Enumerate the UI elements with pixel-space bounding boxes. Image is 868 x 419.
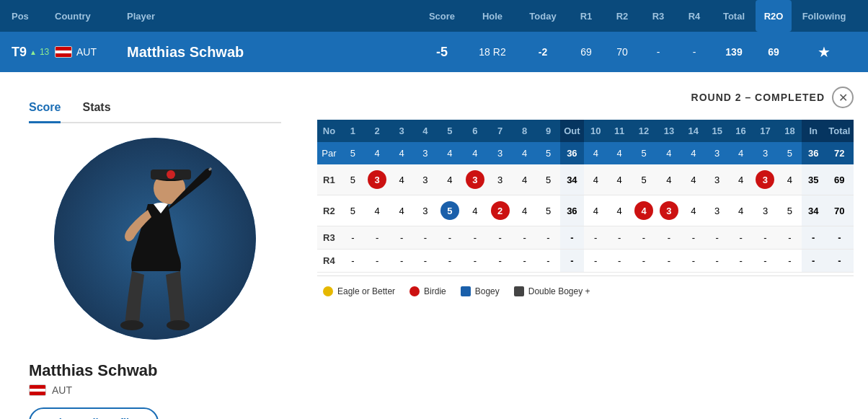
score-cell-r3-1: - xyxy=(365,226,390,250)
header-score: Score xyxy=(417,11,467,22)
score-cell-r1-0: 5 xyxy=(341,164,365,195)
score-birdie-circle: 4 xyxy=(634,201,653,220)
score-cell-r2-0: 5 xyxy=(341,195,365,226)
hole-header-16: 16 xyxy=(729,120,753,142)
eagle-label: Eagle or Better xyxy=(337,286,395,296)
view-full-profile-button[interactable]: View Full Profile xyxy=(29,407,159,419)
tab-stats[interactable]: Stats xyxy=(82,94,110,122)
score-cell-r2-17: 3 xyxy=(753,195,778,226)
double-bogey-square xyxy=(514,286,524,296)
score-cell-r2-13: 3 xyxy=(656,195,681,226)
tab-score[interactable]: Score xyxy=(29,94,61,123)
player-country-row: AUT xyxy=(29,384,281,396)
score-cell-r1-2: 4 xyxy=(390,164,414,195)
score-cell-r1-7: 4 xyxy=(513,164,536,195)
hole-header-no: No xyxy=(317,120,341,142)
score-cell-r3-15: - xyxy=(705,226,729,250)
score-cell-r3-20: - xyxy=(825,226,854,250)
par-cell-2: 4 xyxy=(365,142,390,164)
player-flag xyxy=(29,384,46,396)
score-cell-r3-11: - xyxy=(608,226,632,250)
score-cell-r2-16: 4 xyxy=(729,195,753,226)
score-cell-r1-10: 4 xyxy=(584,164,608,195)
player-name-large: Matthias Schwab xyxy=(29,361,281,380)
eagle-dot xyxy=(323,286,333,296)
country-code: AUT xyxy=(76,46,97,58)
holes-header-row: No123456789Out101112131415161718InTotal xyxy=(317,120,854,142)
score-cell-r3-5: - xyxy=(462,226,487,250)
score-cell-r3-0: - xyxy=(341,226,365,250)
player-r4: - xyxy=(676,46,712,58)
round-header: ROUND 2 – COMPLETED ✕ xyxy=(317,87,854,108)
bogey-label: Bogey xyxy=(475,286,500,296)
header-country: Country xyxy=(55,11,127,22)
hole-header-14: 14 xyxy=(681,120,705,142)
leaderboard-header: Pos Country Player Score Hole Today R1 R… xyxy=(0,0,868,32)
score-cell-r3-7: - xyxy=(513,226,536,250)
hole-header-4: 4 xyxy=(414,120,438,142)
score-cell-r4-10: - xyxy=(584,250,608,273)
position-arrow: ▲ xyxy=(30,48,37,56)
player-score: -5 xyxy=(417,45,467,60)
score-cell-r1-6: 3 xyxy=(487,164,513,195)
score-cell-r3-10: - xyxy=(584,226,608,250)
round-label-r1: R1 xyxy=(317,164,341,195)
score-cell-r3-9: - xyxy=(560,226,584,250)
score-cell-r4-5: - xyxy=(462,250,487,273)
header-total: Total xyxy=(712,11,756,22)
par-cell-5: 4 xyxy=(437,142,462,164)
par-cell-7: 3 xyxy=(487,142,513,164)
hole-header-2: 2 xyxy=(365,120,390,142)
score-cell-r1-15: 3 xyxy=(705,164,729,195)
score-cell-r4-19: - xyxy=(802,250,825,273)
tabs: Score Stats xyxy=(29,94,281,123)
score-cell-r4-15: - xyxy=(705,250,729,273)
player-r2: 70 xyxy=(604,46,640,58)
score-birdie-circle: 3 xyxy=(368,170,386,189)
par-cell-4: 3 xyxy=(414,142,438,164)
par-cell-14: 4 xyxy=(656,142,681,164)
score-cell-r1-19: 35 xyxy=(802,164,825,195)
score-cell-r3-12: - xyxy=(632,226,657,250)
score-cell-r2-14: 4 xyxy=(681,195,705,226)
score-birdie-circle: 2 xyxy=(491,201,510,220)
position-delta: 13 xyxy=(40,47,49,57)
par-cell-16: 3 xyxy=(705,142,729,164)
par-cell-3: 4 xyxy=(390,142,414,164)
hole-header-3: 3 xyxy=(390,120,414,142)
svg-point-7 xyxy=(167,320,190,330)
score-cell-r4-14: - xyxy=(681,250,705,273)
par-cell-12: 4 xyxy=(608,142,632,164)
score-cell-r1-20: 69 xyxy=(825,164,854,195)
hole-header-7: 7 xyxy=(487,120,513,142)
score-cell-r2-4: 5 xyxy=(437,195,462,226)
score-cell-r3-8: - xyxy=(536,226,560,250)
score-cell-r2-1: 4 xyxy=(365,195,390,226)
main-content: Score Stats xyxy=(0,72,868,419)
player-hole: 18 R2 xyxy=(467,46,518,58)
score-cell-r2-19: 34 xyxy=(802,195,825,226)
header-following: Following xyxy=(792,11,856,22)
score-cell-r4-0: - xyxy=(341,250,365,273)
score-cell-r4-7: - xyxy=(513,250,536,273)
birdie-dot xyxy=(409,286,420,296)
score-cell-r4-1: - xyxy=(365,250,390,273)
following-star[interactable]: ★ xyxy=(792,43,856,61)
double-bogey-label: Double Bogey + xyxy=(528,286,590,296)
golfer-image xyxy=(54,138,256,340)
score-cell-r2-6: 2 xyxy=(487,195,513,226)
round-label-r2: R2 xyxy=(317,195,341,226)
score-cell-r4-12: - xyxy=(632,250,657,273)
player-info-section: Matthias Schwab AUT View Full Profile xyxy=(29,354,281,419)
hole-header-13: 13 xyxy=(656,120,681,142)
score-birdie-circle: 3 xyxy=(660,201,678,220)
round-label-r3: R3 xyxy=(317,226,341,250)
par-cell-20: 36 xyxy=(802,142,825,164)
par-cell-15: 4 xyxy=(681,142,705,164)
player-total: 139 xyxy=(712,46,756,58)
hole-header-15: 15 xyxy=(705,120,729,142)
hole-header-8: 8 xyxy=(513,120,536,142)
score-cell-r2-12: 4 xyxy=(632,195,657,226)
hole-header-10: 10 xyxy=(584,120,608,142)
close-button[interactable]: ✕ xyxy=(832,87,854,108)
